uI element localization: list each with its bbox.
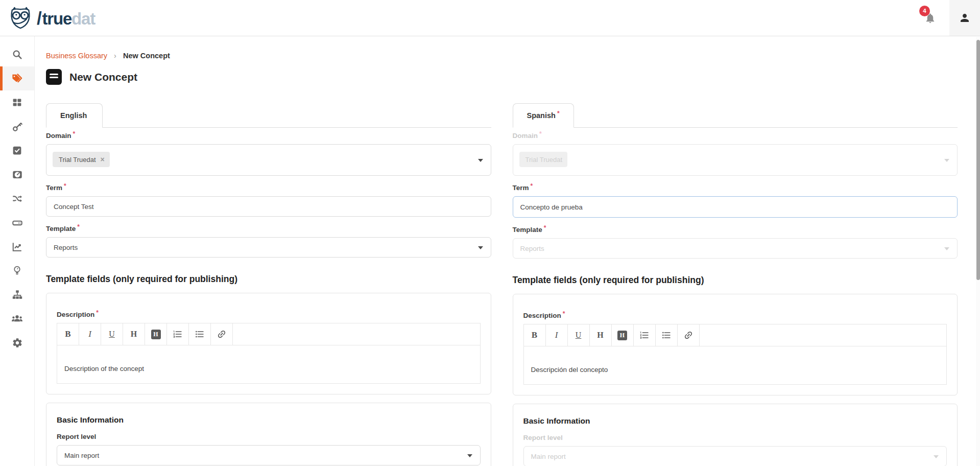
required-asterisk: * [77, 223, 80, 230]
tab-spanish[interactable]: Spanish* [513, 103, 574, 128]
sitemap-icon [12, 289, 23, 300]
required-asterisk: * [96, 309, 99, 316]
heading-button[interactable]: H [590, 324, 612, 346]
chevron-down-icon [478, 246, 483, 249]
breadcrumb-link-business-glossary[interactable]: Business Glossary [46, 52, 107, 60]
link-icon [217, 329, 227, 339]
notification-badge: 4 [919, 6, 930, 16]
breadcrumb-current: New Concept [123, 52, 170, 60]
italic-button[interactable]: I [79, 323, 101, 345]
chevron-down-icon [944, 159, 949, 162]
required-asterisk: * [64, 182, 66, 190]
ordered-list-button[interactable] [634, 324, 656, 346]
sidebar-item-analytics[interactable] [0, 235, 34, 259]
template-value: Reports [520, 245, 544, 252]
remove-tag-icon[interactable]: × [101, 156, 105, 163]
bold-button[interactable]: B [57, 323, 79, 345]
heading-button[interactable]: H [123, 323, 145, 345]
template-select[interactable]: Reports [46, 237, 491, 258]
gear-icon [12, 337, 23, 348]
underline-button[interactable]: U [101, 323, 123, 345]
tab-english-label: English [60, 111, 87, 120]
header-actions: 4 [924, 0, 980, 36]
description-card: Description* B I U H H [513, 294, 958, 395]
description-editor[interactable]: Descripción del concepto [523, 346, 947, 385]
template-label: Template* [46, 225, 491, 232]
template-fields-heading: Template fields (only required for publi… [513, 275, 958, 286]
link-icon [683, 330, 694, 340]
page-title: New Concept [69, 71, 137, 83]
sidebar-item-structures[interactable] [0, 211, 34, 235]
basic-information-heading: Basic Information [57, 415, 481, 425]
tab-spanish-label: Spanish [527, 111, 556, 120]
link-button[interactable] [678, 324, 700, 346]
domain-select-disabled: Trial Truedat [513, 144, 958, 176]
sidebar-item-insights[interactable] [0, 259, 34, 283]
title-row: New Concept [46, 69, 958, 85]
brand-wordmark: /truedat [35, 9, 95, 27]
sidebar-item-settings[interactable] [0, 331, 34, 355]
italic-button[interactable]: I [546, 324, 568, 346]
sidebar-item-taxonomy[interactable] [0, 283, 34, 307]
sidebar-item-lineage[interactable] [0, 187, 34, 211]
basic-information-heading: Basic Information [523, 416, 947, 426]
required-asterisk: * [73, 130, 76, 137]
sidebar-item-permissions[interactable] [0, 114, 34, 138]
sidebar [0, 36, 35, 466]
description-editor[interactable]: Description of the concept [57, 345, 481, 384]
owl-logo-icon [8, 7, 33, 29]
gauge-icon [12, 169, 23, 180]
template-value: Reports [54, 244, 78, 251]
sidebar-item-glossary[interactable] [0, 66, 34, 90]
notifications-button[interactable]: 4 [924, 12, 936, 24]
truedat-logo[interactable]: /truedat [0, 7, 95, 29]
report-level-select[interactable]: Main report [57, 445, 481, 465]
panel-english: English Domain* Trial Truedat× Term* Tem… [46, 103, 491, 466]
term-input[interactable] [46, 196, 491, 217]
app-window: /truedat 4 [0, 0, 980, 466]
grid-icon [12, 97, 22, 108]
scrollbar-track[interactable] [976, 37, 980, 466]
tabbar-english: English [46, 103, 491, 128]
report-level-select-disabled: Main report [523, 446, 947, 466]
template-fields-heading: Template fields (only required for publi… [46, 274, 491, 285]
required-asterisk: * [563, 310, 565, 317]
editor-toolbar: B I U H H [523, 324, 947, 346]
term-label: Term* [46, 184, 491, 192]
template-select-disabled: Reports [513, 238, 958, 259]
underline-button[interactable]: U [568, 324, 590, 346]
bullet-list-icon [195, 329, 205, 339]
bullet-list-button[interactable] [656, 324, 678, 346]
link-button[interactable] [211, 323, 233, 345]
ordered-list-button[interactable] [167, 323, 189, 345]
sidebar-item-users[interactable] [0, 307, 34, 331]
scrollbar-thumb[interactable] [976, 40, 980, 280]
user-menu-button[interactable] [949, 0, 980, 36]
basic-information-card: Basic Information Report level Main repo… [513, 404, 958, 466]
sidebar-item-search[interactable] [0, 42, 34, 66]
key-icon [12, 121, 23, 132]
bold-button[interactable]: B [524, 324, 546, 346]
heading-block-button[interactable]: H [612, 324, 634, 346]
sidebar-item-rules[interactable] [0, 138, 34, 162]
domain-label: Domain* [46, 132, 491, 139]
tab-spanish-required-marker: * [557, 110, 560, 117]
bullet-list-button[interactable] [189, 323, 211, 345]
sidebar-item-dashboards[interactable] [0, 90, 34, 114]
chevron-down-icon [934, 455, 939, 458]
chart-line-icon [12, 241, 23, 252]
drive-icon [12, 217, 23, 228]
domain-select[interactable]: Trial Truedat× [46, 144, 491, 176]
report-level-label: Report level [57, 433, 481, 440]
tab-english[interactable]: English [46, 103, 103, 128]
term-input[interactable] [513, 196, 958, 218]
chevron-down-icon [478, 159, 483, 162]
domain-tag: Trial Truedat [519, 152, 568, 167]
ordered-list-icon [639, 330, 650, 340]
chevron-down-icon [944, 247, 949, 250]
user-icon [959, 12, 971, 24]
tabbar-spanish: Spanish* [513, 103, 958, 128]
sidebar-item-quality[interactable] [0, 162, 34, 187]
rich-text-editor: B I U H H [57, 323, 481, 384]
heading-block-button[interactable]: H [145, 323, 167, 345]
